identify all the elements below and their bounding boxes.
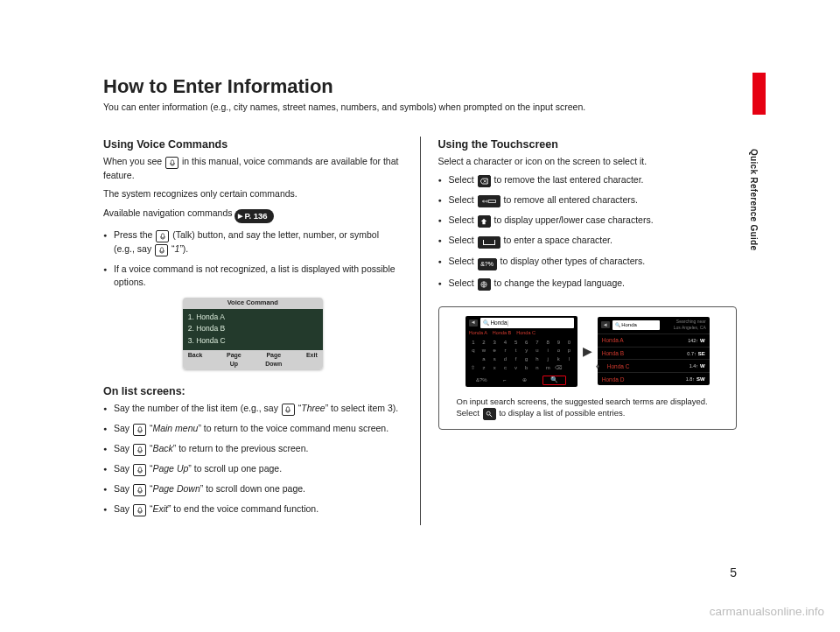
voice-intro: When you see in this manual, voice comma… xyxy=(103,155,402,182)
page-ref-icon: P. 136 xyxy=(234,209,273,223)
kb-back-icon: ◄ xyxy=(469,320,478,327)
touch-bullet: Select to enter a space character. xyxy=(438,234,738,249)
list-item: Say “Back” to return to the previous scr… xyxy=(103,442,402,456)
touch-bullet: Select to change the keypad language. xyxy=(438,277,738,291)
ls-back-icon: ◄ xyxy=(601,321,610,328)
touch-bullet: Select &?% to display other types of cha… xyxy=(438,255,738,270)
list-item: Say the number of the list item (e.g., s… xyxy=(103,402,402,416)
left-column: Using Voice Commands When you see in thi… xyxy=(103,137,402,525)
symbols-icon: &?% xyxy=(478,258,497,270)
list-item: Say “Page Up” to scroll up one page. xyxy=(103,462,402,476)
vc-title: Voice Command xyxy=(183,298,323,309)
vc-back: Back xyxy=(188,351,203,369)
keyboard-screenshot: ◄ 🔍 Honda| Honda A Honda B Honda C 12345… xyxy=(466,316,578,387)
talk-icon xyxy=(282,404,295,416)
result-row: Honda B0.7↑SE xyxy=(598,347,710,360)
kb-suggestion: Honda C xyxy=(516,330,536,337)
touch-bullet: Select to remove all entered characters. xyxy=(438,193,738,207)
voice-bullet-2: If a voice command is not recognized, a … xyxy=(103,263,402,289)
touch-heading: Using the Touchscreen xyxy=(438,137,738,152)
list-item: Say “Main menu” to return to the voice c… xyxy=(103,422,402,436)
talk-icon xyxy=(133,444,146,456)
results-screenshot: ◄ 🔍 Honda Searching nearLos Angeles, CA … xyxy=(598,317,710,385)
delete-left-icon xyxy=(478,195,500,207)
talk-icon xyxy=(133,484,146,496)
side-label: Quick Reference Guide xyxy=(749,149,759,250)
result-row: Honda A142↑W xyxy=(598,334,710,347)
talk-icon xyxy=(133,504,146,516)
list-item: Say “Page Down” to scroll down one page. xyxy=(103,482,402,496)
vc-item: 1. Honda A xyxy=(188,312,318,324)
svg-point-1 xyxy=(486,411,490,415)
result-row: ♦Honda C1.4↑W xyxy=(598,359,710,372)
watermark: carmanualsonline.info xyxy=(710,605,824,618)
page-subtitle: You can enter information (e.g., city na… xyxy=(103,102,737,112)
globe-icon xyxy=(478,278,491,291)
vc-pagedown: Page Down xyxy=(265,351,282,369)
list-item: Say “Exit” to end the voice command func… xyxy=(103,502,402,516)
arrow-right-icon: ▶ xyxy=(583,342,592,360)
delete-x-icon xyxy=(478,175,491,187)
talk-icon xyxy=(133,464,146,476)
right-column: Using the Touchscreen Select a character… xyxy=(438,137,738,525)
box-caption: On input search screens, the suggested s… xyxy=(452,396,724,420)
touch-bullet: Select to remove the last entered charac… xyxy=(438,173,738,187)
talk-icon xyxy=(155,244,168,256)
voice-bullet-1: Press the (Talk) button, and say the let… xyxy=(103,228,402,256)
svg-line-2 xyxy=(490,415,492,417)
kb-suggestion: Honda B xyxy=(493,330,511,337)
page-title: How to Enter Information xyxy=(103,75,737,98)
voice-avail-nav: Available navigation commands P. 136 xyxy=(103,207,402,223)
column-divider xyxy=(420,137,421,525)
section-tab xyxy=(752,73,766,115)
result-row: Honda D1.8↑SW xyxy=(598,372,710,385)
shift-icon xyxy=(478,215,491,228)
vc-item: 2. Honda B xyxy=(188,323,318,335)
vc-item: 3. Honda C xyxy=(188,335,318,348)
kb-search-field: 🔍 Honda| xyxy=(480,318,574,328)
kb-search-highlight: 🔍 xyxy=(542,376,566,384)
list-heading: On list screens: xyxy=(103,383,402,399)
voice-command-screenshot: Voice Command 1. Honda A 2. Honda B 3. H… xyxy=(183,298,323,369)
talk-icon xyxy=(133,424,146,436)
kb-suggestion: Honda A xyxy=(469,330,487,337)
voice-heading: Using Voice Commands xyxy=(103,137,402,152)
page-number: 5 xyxy=(730,565,737,579)
talk-icon xyxy=(165,157,178,169)
space-icon xyxy=(478,236,500,249)
voice-recognize: The system recognizes only certain comma… xyxy=(103,187,402,200)
touch-intro: Select a character or icon on the screen… xyxy=(438,155,738,168)
talk-icon xyxy=(156,230,169,242)
search-icon xyxy=(483,408,496,420)
vc-pageup: Page Up xyxy=(227,351,242,369)
vc-exit: Exit xyxy=(306,351,318,369)
touchscreen-example-box: ◄ 🔍 Honda| Honda A Honda B Honda C 12345… xyxy=(438,306,738,430)
touch-bullet: Select to display upper/lower case chara… xyxy=(438,214,738,228)
